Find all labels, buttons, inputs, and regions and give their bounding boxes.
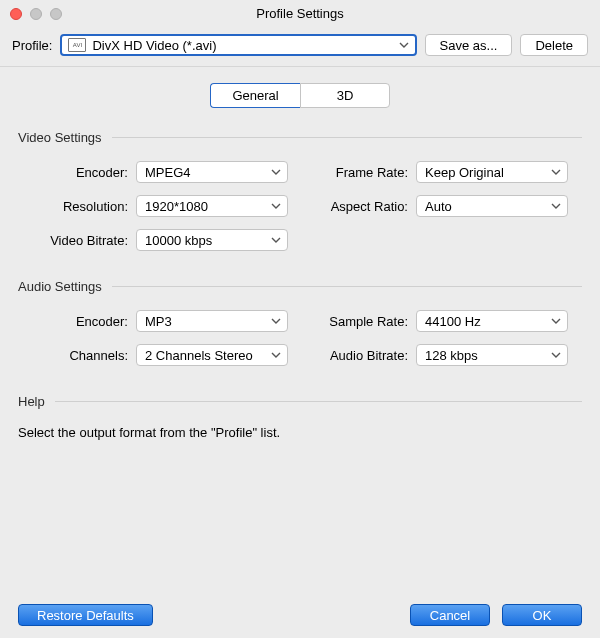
window-controls	[10, 8, 62, 20]
audio-bitrate-select[interactable]: 128 kbps	[416, 344, 568, 366]
chevron-down-icon	[551, 169, 561, 175]
chevron-down-icon	[551, 352, 561, 358]
audio-bitrate-value: 128 kbps	[425, 348, 478, 363]
frame-rate-label: Frame Rate:	[298, 165, 416, 180]
frame-rate-select[interactable]: Keep Original	[416, 161, 568, 183]
video-bitrate-value: 10000 kbps	[145, 233, 212, 248]
frame-rate-value: Keep Original	[425, 165, 504, 180]
sample-rate-label: Sample Rate:	[298, 314, 416, 329]
aspect-ratio-value: Auto	[425, 199, 452, 214]
video-bitrate-label: Video Bitrate:	[18, 233, 136, 248]
video-settings-title: Video Settings	[18, 130, 110, 145]
title-bar: Profile Settings	[0, 0, 600, 28]
chevron-down-icon	[399, 42, 409, 48]
chevron-down-icon	[551, 203, 561, 209]
resolution-label: Resolution:	[18, 199, 136, 214]
audio-encoder-select[interactable]: MP3	[136, 310, 288, 332]
divider	[112, 137, 582, 138]
chevron-down-icon	[271, 352, 281, 358]
tab-bar: General 3D	[18, 83, 582, 108]
video-encoder-select[interactable]: MPEG4	[136, 161, 288, 183]
divider	[55, 401, 582, 402]
channels-select[interactable]: 2 Channels Stereo	[136, 344, 288, 366]
profile-bar: Profile: DivX HD Video (*.avi) Save as..…	[0, 28, 600, 67]
video-bitrate-select[interactable]: 10000 kbps	[136, 229, 288, 251]
video-encoder-label: Encoder:	[18, 165, 136, 180]
audio-settings-group: Audio Settings Encoder: MP3 Sample Rate:…	[18, 279, 582, 366]
sample-rate-value: 44100 Hz	[425, 314, 481, 329]
resolution-select[interactable]: 1920*1080	[136, 195, 288, 217]
audio-encoder-value: MP3	[145, 314, 172, 329]
video-encoder-value: MPEG4	[145, 165, 191, 180]
help-text: Select the output format from the "Profi…	[18, 425, 582, 440]
help-group: Help Select the output format from the "…	[18, 394, 582, 440]
close-icon[interactable]	[10, 8, 22, 20]
minimize-icon	[30, 8, 42, 20]
delete-button[interactable]: Delete	[520, 34, 588, 56]
help-title: Help	[18, 394, 53, 409]
audio-bitrate-label: Audio Bitrate:	[298, 348, 416, 363]
cancel-button[interactable]: Cancel	[410, 604, 490, 626]
chevron-down-icon	[271, 237, 281, 243]
resolution-value: 1920*1080	[145, 199, 208, 214]
profile-value: DivX HD Video (*.avi)	[92, 38, 216, 53]
tab-3d[interactable]: 3D	[300, 83, 390, 108]
chevron-down-icon	[271, 318, 281, 324]
audio-settings-title: Audio Settings	[18, 279, 110, 294]
restore-defaults-button[interactable]: Restore Defaults	[18, 604, 153, 626]
window-title: Profile Settings	[256, 6, 343, 21]
aspect-ratio-label: Aspect Ratio:	[298, 199, 416, 214]
chevron-down-icon	[271, 169, 281, 175]
chevron-down-icon	[551, 318, 561, 324]
video-settings-group: Video Settings Encoder: MPEG4 Frame Rate…	[18, 130, 582, 251]
audio-encoder-label: Encoder:	[18, 314, 136, 329]
profile-label: Profile:	[12, 38, 52, 53]
divider	[112, 286, 582, 287]
sample-rate-select[interactable]: 44100 Hz	[416, 310, 568, 332]
maximize-icon	[50, 8, 62, 20]
save-as-button[interactable]: Save as...	[425, 34, 513, 56]
footer: Restore Defaults Cancel OK	[0, 604, 600, 626]
profile-select[interactable]: DivX HD Video (*.avi)	[60, 34, 416, 56]
tab-general[interactable]: General	[210, 83, 300, 108]
channels-value: 2 Channels Stereo	[145, 348, 253, 363]
chevron-down-icon	[271, 203, 281, 209]
aspect-ratio-select[interactable]: Auto	[416, 195, 568, 217]
channels-label: Channels:	[18, 348, 136, 363]
avi-file-icon	[68, 38, 86, 52]
ok-button[interactable]: OK	[502, 604, 582, 626]
